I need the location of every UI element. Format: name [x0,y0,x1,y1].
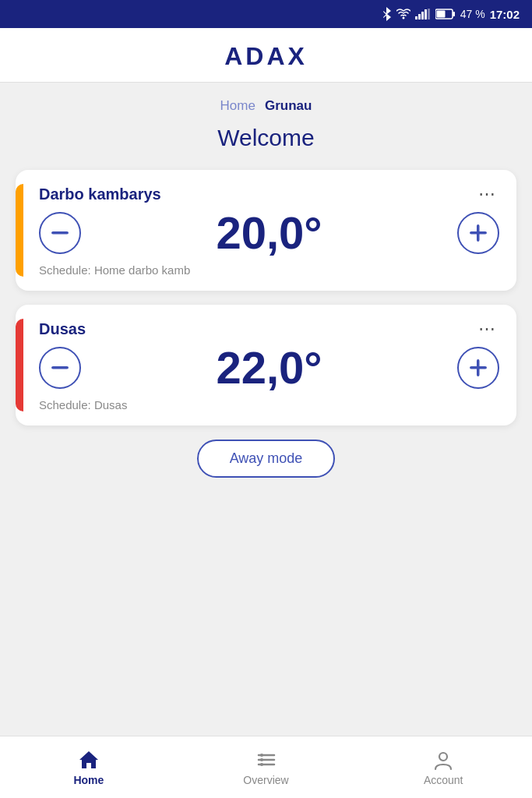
app-header: ADAX [0,28,532,83]
app-logo: ADAX [224,42,308,71]
nav-item-home[interactable]: Home [0,749,178,786]
bluetooth-icon [381,7,392,21]
status-bar: 47 % 17:02 [0,0,532,28]
device-name-dusas: Dusas [39,320,86,338]
svg-rect-11 [477,224,480,242]
minus-icon-darbo [51,231,69,235]
svg-rect-5 [428,9,430,19]
device-name-darbo: Darbo kambarys [39,185,161,203]
decrease-button-dusas[interactable] [39,347,81,389]
device-card-dusas: Dusas ⋯ 22,0° Schedule: Dusas [16,305,516,425]
bottom-nav: Home Overview Account [0,736,532,798]
account-nav-icon [432,749,454,771]
svg-rect-12 [51,366,69,369]
status-icons: 47 % 17:02 [381,7,520,21]
schedule-dusas: Schedule: Dusas [39,398,499,411]
temperature-darbo: 20,0° [216,210,322,256]
card-controls-darbo: 20,0° [39,210,499,256]
svg-point-21 [439,753,447,761]
svg-rect-4 [425,9,427,19]
away-mode-button[interactable]: Away mode [197,440,336,478]
card-content-darbo: Darbo kambarys ⋯ 20,0° Schedule: Home [39,184,499,277]
wifi-icon [396,9,410,19]
signal-icon [415,9,431,19]
plus-icon-dusas [470,359,487,376]
overview-nav-icon [255,749,277,771]
card-controls-dusas: 22,0° [39,345,499,390]
card-accent-dusas [16,319,23,411]
main-content: Home Grunau Welcome Darbo kambarys ⋯ 20,… [0,83,532,736]
increase-button-dusas[interactable] [457,347,499,389]
card-header-darbo: Darbo kambarys ⋯ [39,184,499,204]
device-card-darbo: Darbo kambarys ⋯ 20,0° Schedule: Home [16,170,516,291]
svg-point-18 [260,754,263,757]
nav-item-account[interactable]: Account [354,749,532,786]
svg-point-19 [260,758,263,761]
temperature-dusas: 22,0° [216,345,322,390]
svg-rect-8 [436,11,445,18]
svg-rect-9 [51,231,69,235]
svg-rect-3 [421,12,424,19]
svg-rect-1 [415,16,417,19]
card-header-dusas: Dusas ⋯ [39,319,499,339]
plus-icon-darbo [470,224,487,242]
battery-percent: 47 % [460,8,485,20]
time-display: 17:02 [490,8,520,21]
away-mode-container: Away mode [16,440,516,478]
breadcrumb: Home Grunau [16,83,516,125]
svg-rect-14 [477,359,480,376]
schedule-darbo: Schedule: Home darbo kamb [39,263,499,277]
card-accent-darbo [16,184,23,277]
battery-icon [435,9,456,19]
more-button-darbo[interactable]: ⋯ [475,184,499,204]
account-nav-label: Account [424,774,463,786]
svg-point-0 [402,17,404,19]
svg-rect-2 [418,14,421,19]
overview-nav-label: Overview [243,774,288,786]
minus-icon-dusas [51,366,69,369]
increase-button-darbo[interactable] [457,212,499,254]
decrease-button-darbo[interactable] [39,212,81,254]
home-nav-label: Home [73,774,104,786]
home-nav-icon [78,749,100,771]
svg-rect-7 [453,12,455,16]
more-button-dusas[interactable]: ⋯ [475,319,499,339]
welcome-title: Welcome [16,125,516,151]
card-content-dusas: Dusas ⋯ 22,0° Schedule: Dusas [39,319,499,411]
breadcrumb-home[interactable]: Home [220,98,255,114]
nav-item-overview[interactable]: Overview [178,749,355,786]
breadcrumb-active[interactable]: Grunau [265,98,312,114]
svg-point-20 [260,763,263,766]
